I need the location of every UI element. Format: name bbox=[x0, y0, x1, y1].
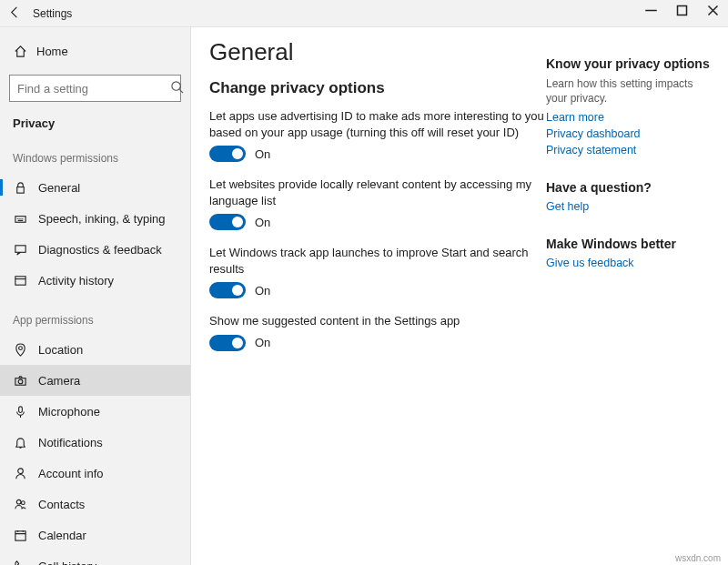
sidebar-item-label: Location bbox=[38, 343, 83, 357]
toggle-state: On bbox=[255, 147, 270, 161]
search-icon bbox=[170, 80, 184, 96]
sidebar-section-windows-permissions: Windows permissions bbox=[0, 146, 190, 172]
page-title: General bbox=[209, 38, 546, 66]
sidebar: Home Privacy Windows permissions General… bbox=[0, 27, 191, 565]
sidebar-heading: Privacy bbox=[0, 113, 190, 146]
activity-icon bbox=[13, 273, 27, 288]
sidebar-item-speech[interactable]: Speech, inking, & typing bbox=[0, 203, 190, 234]
svg-point-1 bbox=[172, 82, 180, 90]
toggle-advertising-id[interactable] bbox=[209, 146, 246, 162]
block-privacy-options: Know your privacy options Learn how this… bbox=[546, 56, 713, 156]
toggle-suggested-content[interactable] bbox=[209, 335, 246, 351]
sidebar-item-label: Contacts bbox=[38, 498, 85, 511]
sidebar-item-notifications[interactable]: Notifications bbox=[0, 427, 190, 458]
maximize-icon bbox=[675, 4, 689, 17]
microphone-icon bbox=[13, 404, 27, 419]
link-privacy-dashboard[interactable]: Privacy dashboard bbox=[546, 127, 713, 140]
sidebar-item-label: General bbox=[38, 181, 80, 195]
sidebar-item-label: Call history bbox=[38, 560, 96, 566]
sidebar-item-label: Camera bbox=[38, 374, 80, 388]
option-suggested-content: Show me suggested content in the Setting… bbox=[209, 313, 546, 351]
block-title: Make Windows better bbox=[546, 237, 713, 251]
sidebar-item-activity[interactable]: Activity history bbox=[0, 265, 190, 296]
link-learn-more[interactable]: Learn more bbox=[546, 111, 713, 124]
sidebar-home-label: Home bbox=[36, 45, 68, 58]
window-title: Settings bbox=[29, 7, 72, 20]
toggle-language-list[interactable] bbox=[209, 214, 246, 230]
sidebar-item-label: Diagnostics & feedback bbox=[38, 243, 162, 257]
phone-icon bbox=[13, 559, 27, 565]
sidebar-item-microphone[interactable]: Microphone bbox=[0, 396, 190, 427]
back-button[interactable] bbox=[0, 5, 29, 22]
calendar-icon bbox=[13, 528, 27, 542]
contacts-icon bbox=[13, 497, 27, 511]
arrow-left-icon bbox=[8, 5, 22, 19]
toggle-state: On bbox=[255, 216, 270, 229]
sidebar-item-label: Notifications bbox=[38, 436, 103, 449]
svg-point-6 bbox=[18, 346, 22, 349]
sidebar-item-label: Microphone bbox=[38, 405, 100, 419]
svg-point-10 bbox=[17, 468, 23, 473]
option-desc: Let websites provide locally relevant co… bbox=[209, 177, 546, 208]
link-get-help[interactable]: Get help bbox=[546, 200, 713, 213]
option-advertising-id: Let apps use advertising ID to make ads … bbox=[209, 108, 546, 162]
sidebar-item-call-history[interactable]: Call history bbox=[0, 550, 190, 565]
search-input[interactable] bbox=[17, 82, 170, 96]
sidebar-item-account[interactable]: Account info bbox=[0, 458, 190, 489]
svg-rect-5 bbox=[15, 276, 25, 284]
search-input-container[interactable] bbox=[9, 75, 181, 102]
sidebar-home[interactable]: Home bbox=[0, 36, 190, 66]
sidebar-item-label: Activity history bbox=[38, 274, 114, 288]
main-panel: General Change privacy options Let apps … bbox=[191, 27, 728, 565]
sidebar-item-calendar[interactable]: Calendar bbox=[0, 520, 190, 550]
block-title: Have a question? bbox=[546, 180, 713, 195]
option-desc: Let Windows track app launches to improv… bbox=[209, 245, 546, 277]
location-icon bbox=[13, 342, 27, 357]
block-feedback: Make Windows better Give us feedback bbox=[546, 237, 713, 269]
keyboard-icon bbox=[13, 211, 27, 226]
toggle-app-launches[interactable] bbox=[209, 282, 246, 298]
toggle-state: On bbox=[255, 336, 270, 349]
watermark: wsxdn.com bbox=[673, 553, 723, 563]
svg-point-11 bbox=[16, 499, 21, 504]
toggle-state: On bbox=[255, 284, 270, 298]
lock-icon bbox=[13, 180, 27, 195]
page-subtitle: Change privacy options bbox=[209, 79, 546, 97]
content-area: General Change privacy options Let apps … bbox=[209, 38, 546, 565]
minimize-icon bbox=[644, 4, 658, 17]
sidebar-item-general[interactable]: General bbox=[0, 172, 190, 203]
title-bar: Settings bbox=[0, 0, 728, 27]
svg-rect-2 bbox=[16, 187, 24, 193]
close-button[interactable] bbox=[697, 0, 728, 27]
svg-rect-0 bbox=[677, 5, 686, 15]
right-panel: Know your privacy options Learn how this… bbox=[546, 38, 728, 565]
sidebar-item-label: Account info bbox=[38, 467, 104, 480]
option-language-list: Let websites provide locally relevant co… bbox=[209, 177, 546, 230]
sidebar-item-diagnostics[interactable]: Diagnostics & feedback bbox=[0, 234, 190, 265]
sidebar-section-app-permissions: App permissions bbox=[0, 308, 190, 334]
sidebar-item-camera[interactable]: Camera bbox=[0, 365, 190, 396]
svg-rect-13 bbox=[15, 530, 25, 540]
sidebar-item-label: Calendar bbox=[38, 529, 86, 542]
link-give-feedback[interactable]: Give us feedback bbox=[546, 257, 713, 269]
svg-point-8 bbox=[18, 379, 23, 384]
option-desc: Let apps use advertising ID to make ads … bbox=[209, 108, 546, 140]
option-desc: Show me suggested content in the Setting… bbox=[209, 313, 546, 329]
option-app-launches: Let Windows track app launches to improv… bbox=[209, 245, 546, 298]
account-icon bbox=[13, 466, 27, 480]
minimize-button[interactable] bbox=[635, 0, 666, 27]
block-title: Know your privacy options bbox=[546, 56, 713, 71]
sidebar-item-label: Speech, inking, & typing bbox=[38, 212, 165, 226]
sidebar-item-contacts[interactable]: Contacts bbox=[0, 489, 190, 520]
feedback-icon bbox=[13, 242, 27, 257]
svg-rect-4 bbox=[15, 245, 25, 252]
home-icon bbox=[13, 44, 27, 58]
block-desc: Learn how this setting impacts your priv… bbox=[546, 76, 713, 106]
camera-icon bbox=[13, 373, 27, 388]
sidebar-item-location[interactable]: Location bbox=[0, 334, 190, 365]
close-icon bbox=[706, 4, 720, 17]
maximize-button[interactable] bbox=[666, 0, 697, 27]
block-question: Have a question? Get help bbox=[546, 180, 713, 213]
svg-rect-9 bbox=[18, 406, 22, 412]
link-privacy-statement[interactable]: Privacy statement bbox=[546, 144, 713, 156]
